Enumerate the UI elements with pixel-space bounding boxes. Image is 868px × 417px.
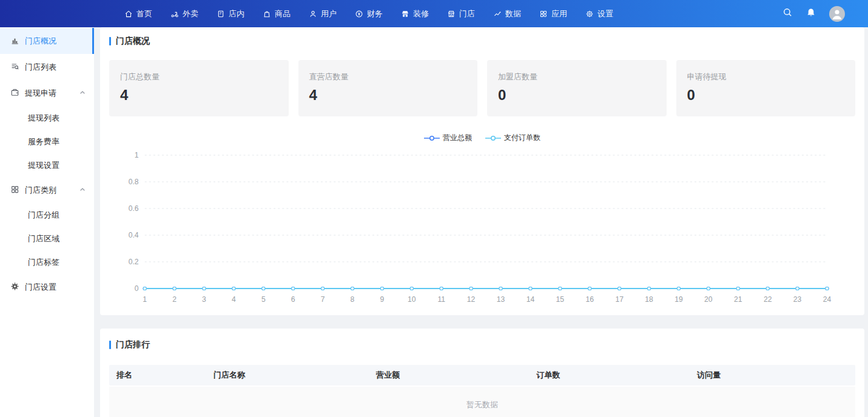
nav-item-user[interactable]: 用户	[309, 8, 337, 19]
nav-item-instore[interactable]: 店内	[217, 8, 244, 19]
svg-text:0: 0	[135, 284, 139, 293]
svg-text:13: 13	[497, 295, 505, 304]
svg-text:19: 19	[675, 295, 683, 304]
data-icon	[493, 10, 502, 18]
bell-icon[interactable]	[806, 8, 816, 20]
svg-text:0.6: 0.6	[129, 204, 139, 213]
search-icon[interactable]	[782, 7, 793, 20]
svg-text:20: 20	[704, 295, 713, 304]
svg-text:8: 8	[351, 295, 355, 304]
svg-text:2: 2	[172, 295, 177, 304]
svg-text:5: 5	[261, 295, 266, 304]
nav-item-goods[interactable]: 商品	[263, 8, 291, 19]
nav-item-takeout[interactable]: 外卖	[170, 8, 198, 19]
nav-item-finance[interactable]: 财务	[355, 8, 383, 19]
sidebar-item-store-list[interactable]: 门店列表	[0, 54, 94, 80]
sidebar-item-store-group[interactable]: 门店分组	[0, 203, 94, 227]
svg-text:9: 9	[380, 295, 385, 304]
list-search-icon	[10, 62, 19, 73]
nav-item-label: 商品	[275, 8, 291, 19]
sidebar-item-label: 门店设置	[25, 282, 86, 293]
column-header-store-name: 门店名称	[206, 370, 369, 381]
nav-item-label: 财务	[367, 8, 383, 19]
nav-menu: 首页 外卖 店内 商品 用户 财务 装修 门店	[124, 8, 613, 19]
sidebar-item-store-tag[interactable]: 门店标签	[0, 250, 94, 274]
nav-item-data[interactable]: 数据	[493, 8, 521, 19]
chevron-up-icon	[79, 88, 86, 98]
section-title-text: 门店排行	[116, 339, 150, 350]
apps-icon	[539, 10, 548, 18]
svg-text:1: 1	[135, 151, 139, 159]
svg-text:24: 24	[823, 295, 832, 304]
nav-item-label: 数据	[505, 8, 521, 19]
nav-item-label: 门店	[459, 8, 475, 19]
sidebar: 门店概况 门店列表 提现申请 提现列表 服务费率 提现设置 门店类别 门店分组 …	[0, 27, 94, 417]
sidebar-item-withdraw-list[interactable]: 提现列表	[0, 106, 94, 130]
wallet-icon	[10, 88, 19, 99]
stat-value: 4	[120, 87, 278, 104]
sidebar-subitem-label: 门店区域	[28, 233, 59, 244]
svg-text:16: 16	[585, 295, 594, 304]
sidebar-subitem-label: 服务费率	[28, 136, 59, 147]
main-content: 门店概况 门店总数量 4 直营店数量 4 加盟店数量 0 申请待提现 0	[94, 27, 868, 417]
section-title-text: 门店概况	[116, 36, 150, 47]
stat-card-direct-stores: 直营店数量 4	[298, 60, 478, 116]
gear-icon	[10, 282, 19, 293]
home-icon	[124, 10, 133, 18]
sidebar-subitem-label: 门店标签	[28, 257, 59, 268]
sidebar-item-store-settings[interactable]: 门店设置	[0, 274, 94, 300]
svg-text:17: 17	[615, 295, 624, 304]
stat-label: 加盟店数量	[498, 72, 656, 82]
svg-text:18: 18	[645, 295, 653, 304]
stat-card-franchise-stores: 加盟店数量 0	[487, 60, 667, 116]
legend-item-paid-orders[interactable]: 支付订单数	[485, 133, 540, 143]
legend-item-revenue[interactable]: 营业总额	[424, 133, 472, 143]
svg-text:3: 3	[202, 295, 206, 304]
stat-label: 申请待提现	[687, 72, 845, 82]
nav-item-home[interactable]: 首页	[124, 8, 152, 19]
sidebar-group-store-category[interactable]: 门店类别	[0, 177, 94, 203]
empty-state-text: 暂无数据	[466, 399, 498, 410]
nav-item-apps[interactable]: 应用	[539, 8, 567, 19]
top-navbar: 首页 外卖 店内 商品 用户 财务 装修 门店	[0, 0, 868, 27]
svg-text:0.4: 0.4	[129, 231, 139, 239]
sidebar-item-withdraw-settings[interactable]: 提现设置	[0, 153, 94, 177]
nav-item-label: 设置	[597, 8, 613, 19]
finance-icon	[355, 10, 363, 18]
nav-item-settings[interactable]: 设置	[585, 8, 613, 19]
nav-item-store[interactable]: 门店	[447, 8, 475, 19]
empty-state: 暂无数据	[109, 387, 855, 417]
legend-label: 营业总额	[443, 133, 472, 143]
stat-label: 直营店数量	[309, 72, 467, 82]
store-ranking-card: 门店排行 排名 门店名称 营业额 订单数 访问量 暂无数据	[100, 329, 864, 417]
nav-item-decorate[interactable]: 装修	[401, 8, 429, 19]
sidebar-item-label: 门店列表	[25, 62, 86, 73]
svg-text:22: 22	[764, 295, 772, 304]
legend-label: 支付订单数	[504, 133, 540, 143]
section-title-bar	[109, 37, 111, 45]
stat-value: 0	[687, 87, 845, 104]
sidebar-item-service-rate[interactable]: 服务费率	[0, 130, 94, 153]
svg-text:7: 7	[321, 295, 325, 304]
svg-text:14: 14	[527, 295, 535, 304]
sidebar-group-withdraw-request[interactable]: 提现申请	[0, 80, 94, 106]
store-overview-card: 门店概况 门店总数量 4 直营店数量 4 加盟店数量 0 申请待提现 0	[100, 27, 864, 315]
nav-item-label: 首页	[136, 8, 152, 19]
stat-value: 0	[498, 87, 656, 104]
column-header-revenue: 营业额	[369, 370, 529, 381]
sidebar-item-store-overview[interactable]: 门店概况	[0, 28, 94, 54]
sidebar-subitem-label: 提现列表	[28, 113, 59, 124]
avatar[interactable]	[829, 6, 845, 22]
bar-chart-icon	[10, 36, 19, 47]
table-header-row: 排名 门店名称 营业额 订单数 访问量	[109, 365, 855, 385]
stats-row: 门店总数量 4 直营店数量 4 加盟店数量 0 申请待提现 0	[109, 60, 855, 116]
sidebar-item-store-region[interactable]: 门店区域	[0, 227, 94, 250]
svg-text:10: 10	[408, 295, 416, 304]
sidebar-subitem-label: 门店分组	[28, 210, 59, 221]
chart-legend: 营业总额 支付订单数	[109, 133, 855, 143]
column-header-visits: 访问量	[690, 370, 855, 381]
ranking-table: 排名 门店名称 营业额 订单数 访问量 暂无数据	[109, 365, 855, 417]
chevron-up-icon	[79, 185, 86, 195]
section-title-overview: 门店概况	[109, 36, 855, 47]
sidebar-item-label: 门店类别	[25, 185, 74, 196]
